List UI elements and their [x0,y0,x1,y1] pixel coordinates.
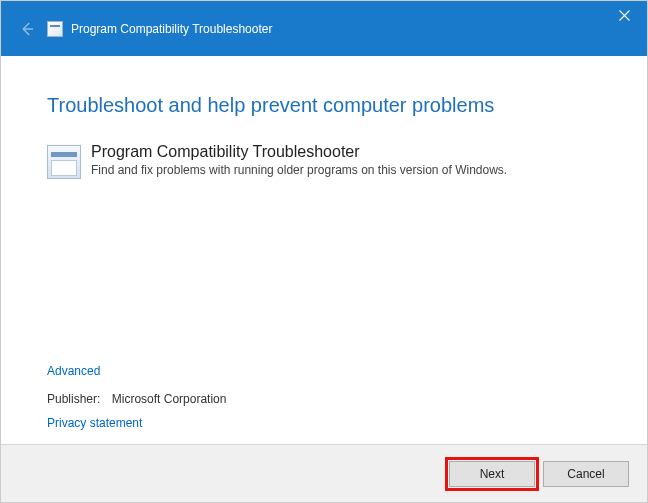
troubleshooter-icon [47,145,81,179]
content-area: Troubleshoot and help prevent computer p… [1,56,647,444]
close-icon [619,10,630,21]
publisher-value: Microsoft Corporation [112,392,227,406]
privacy-link[interactable]: Privacy statement [47,416,226,430]
titlebar: Program Compatibility Troubleshooter [1,1,647,56]
cancel-button[interactable]: Cancel [543,461,629,487]
troubleshooter-description: Find and fix problems with running older… [91,163,507,177]
next-button[interactable]: Next [449,461,535,487]
troubleshooter-name: Program Compatibility Troubleshooter [91,143,507,161]
window-title: Program Compatibility Troubleshooter [71,22,272,36]
back-button [7,9,47,49]
close-button[interactable] [601,1,647,29]
back-arrow-icon [18,20,36,38]
bottom-section: Advanced Publisher: Microsoft Corporatio… [47,364,226,430]
advanced-link[interactable]: Advanced [47,364,226,378]
troubleshooter-text: Program Compatibility Troubleshooter Fin… [91,143,507,177]
troubleshooter-titlebar-icon [47,21,63,37]
footer: Next Cancel [1,444,647,502]
publisher-row: Publisher: Microsoft Corporation [47,392,226,406]
page-heading: Troubleshoot and help prevent computer p… [47,94,609,117]
publisher-label: Publisher: [47,392,100,406]
troubleshooter-item: Program Compatibility Troubleshooter Fin… [47,143,609,179]
